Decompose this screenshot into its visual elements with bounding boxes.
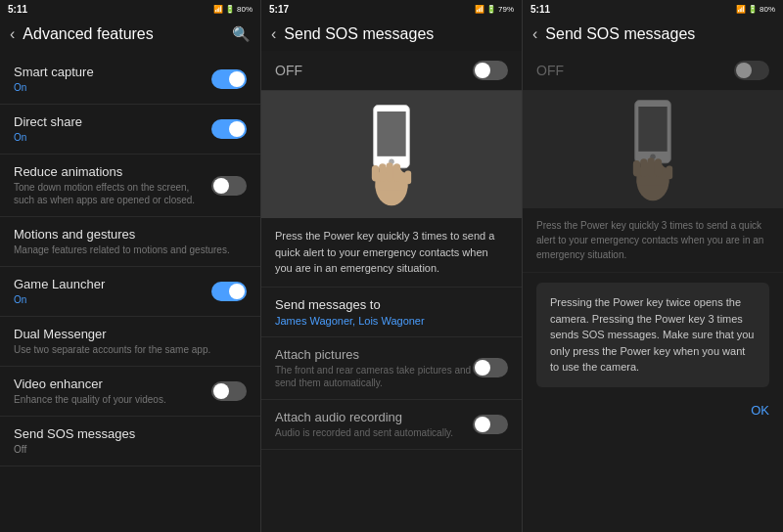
video-enhancer-title: Video enhancer — [14, 377, 211, 391]
svg-rect-1 — [377, 111, 405, 156]
top-bar-3: ‹ Send SOS messages — [523, 18, 783, 51]
sos-content-dialog: OFF Press the Power key quickly 3 times … — [523, 51, 783, 532]
game-launcher-subtitle: On — [14, 293, 211, 306]
svg-rect-8 — [393, 163, 400, 181]
dual-messenger-subtitle: Use two separate accounts for the same a… — [14, 343, 247, 356]
smart-capture-toggle[interactable] — [211, 69, 247, 89]
motions-gestures-item[interactable]: Motions and gestures Manage features rel… — [0, 217, 260, 267]
dual-messenger-text: Dual Messenger Use two separate accounts… — [14, 327, 247, 356]
game-launcher-title: Game Launcher — [14, 277, 211, 291]
direct-share-text: Direct share On — [14, 114, 211, 144]
send-messages-contacts: James Wagoner, Lois Wagoner — [275, 315, 508, 327]
attach-pictures-subtitle: The front and rear cameras take pictures… — [275, 364, 473, 389]
send-sos-item[interactable]: Send SOS messages Off — [0, 417, 260, 466]
send-messages-row[interactable]: Send messages to James Wagoner, Lois Wag… — [261, 288, 522, 337]
send-sos-text: Send SOS messages Off — [14, 426, 247, 456]
sos-illustration — [261, 91, 522, 218]
page-title-3: Send SOS messages — [545, 25, 773, 43]
panel-advanced-features: 5:11 📶 🔋 80% ‹ Advanced features 🔍 Smart… — [0, 0, 261, 532]
attach-audio-text: Attach audio recording Audio is recorded… — [275, 410, 473, 439]
svg-rect-18 — [655, 158, 662, 176]
time-3: 5:11 — [530, 4, 550, 15]
dual-messenger-item[interactable]: Dual Messenger Use two separate accounts… — [0, 317, 260, 367]
game-launcher-text: Game Launcher On — [14, 277, 211, 306]
sos-main-toggle[interactable] — [473, 61, 508, 80]
send-sos-subtitle: Off — [14, 443, 247, 456]
sos-off-label-3: OFF — [536, 63, 734, 78]
page-title-1: Advanced features — [23, 25, 224, 43]
svg-rect-15 — [633, 160, 640, 177]
attach-pictures-title: Attach pictures — [275, 347, 473, 362]
direct-share-title: Direct share — [14, 114, 211, 129]
svg-rect-9 — [405, 171, 411, 185]
dual-messenger-title: Dual Messenger — [14, 327, 247, 341]
sos-content-active: OFF Press the Power key quickly 3 times … — [261, 51, 522, 532]
direct-share-item[interactable]: Direct share On — [0, 105, 260, 155]
panel-sos-dialog: 5:11 📶 🔋 80% ‹ Send SOS messages OFF — [523, 0, 783, 532]
game-launcher-item[interactable]: Game Launcher On — [0, 267, 260, 317]
sos-off-row[interactable]: OFF — [261, 51, 522, 91]
dialog-text: Pressing the Power key twice opens the c… — [550, 294, 756, 376]
game-launcher-toggle[interactable] — [211, 282, 247, 301]
svg-rect-7 — [387, 162, 393, 181]
dialog-box: Pressing the Power key twice opens the c… — [536, 283, 769, 387]
settings-list: Smart capture On Direct share On Reduce … — [0, 51, 260, 532]
svg-rect-11 — [638, 107, 667, 152]
svg-rect-19 — [667, 166, 672, 180]
direct-share-subtitle: On — [14, 131, 211, 144]
status-bar-1: 5:11 📶 🔋 80% — [0, 0, 260, 18]
smart-capture-title: Smart capture — [14, 65, 211, 79]
page-title-2: Send SOS messages — [284, 25, 512, 43]
top-bar-1: ‹ Advanced features 🔍 — [0, 18, 260, 51]
attach-audio-subtitle: Audio is recorded and sent automatically… — [275, 426, 473, 439]
video-enhancer-text: Video enhancer Enhance the quality of yo… — [14, 377, 211, 406]
status-bar-2: 5:17 📶 🔋 79% — [261, 0, 522, 18]
time-2: 5:17 — [269, 4, 289, 15]
ok-button[interactable]: OK — [751, 403, 769, 418]
reduce-animations-subtitle: Tone down motion effects on the screen, … — [14, 181, 211, 206]
svg-rect-6 — [379, 163, 386, 181]
smart-capture-subtitle: On — [14, 81, 211, 94]
attach-audio-title: Attach audio recording — [275, 410, 473, 424]
status-icons-2: 📶 🔋 79% — [475, 5, 514, 14]
video-enhancer-subtitle: Enhance the quality of your videos. — [14, 393, 211, 406]
reduce-animations-toggle[interactable] — [211, 176, 247, 196]
send-sos-title: Send SOS messages — [14, 426, 247, 441]
attach-audio-toggle[interactable] — [473, 415, 508, 434]
svg-rect-16 — [640, 158, 647, 176]
video-enhancer-toggle[interactable] — [211, 381, 247, 401]
reduce-animations-item[interactable]: Reduce animations Tone down motion effec… — [0, 155, 260, 217]
sos-off-label: OFF — [275, 63, 473, 78]
sos-description-active: Press the Power key quickly 3 times to s… — [261, 218, 522, 288]
sos-main-toggle-3[interactable] — [734, 61, 769, 80]
attach-pictures-row[interactable]: Attach pictures The front and rear camer… — [261, 337, 522, 400]
sos-off-row-3[interactable]: OFF — [523, 51, 783, 91]
status-bar-3: 5:11 📶 🔋 80% — [523, 0, 783, 18]
phone-hand-icon — [352, 101, 431, 208]
smart-capture-item[interactable]: Smart capture On — [0, 55, 260, 105]
time-1: 5:11 — [8, 4, 27, 15]
phone-hand-icon-dim — [614, 96, 692, 203]
sos-illustration-dim — [523, 91, 783, 208]
back-icon-2[interactable]: ‹ — [271, 25, 276, 43]
motions-gestures-text: Motions and gestures Manage features rel… — [14, 227, 247, 256]
reduce-animations-title: Reduce animations — [14, 164, 211, 179]
direct-share-toggle[interactable] — [211, 119, 247, 139]
dialog-ok-area: OK — [523, 397, 783, 428]
video-enhancer-item[interactable]: Video enhancer Enhance the quality of yo… — [0, 367, 260, 417]
sos-description-dim: Press the Power key quickly 3 times to s… — [523, 208, 783, 273]
attach-audio-row[interactable]: Attach audio recording Audio is recorded… — [261, 400, 522, 450]
svg-rect-5 — [372, 165, 379, 182]
search-icon-1[interactable]: 🔍 — [232, 25, 251, 43]
svg-rect-17 — [648, 157, 655, 176]
back-icon-1[interactable]: ‹ — [10, 25, 15, 43]
smart-capture-text: Smart capture On — [14, 65, 211, 94]
panel-sos-active: 5:17 📶 🔋 79% ‹ Send SOS messages OFF — [261, 0, 523, 532]
motions-gestures-title: Motions and gestures — [14, 227, 247, 242]
attach-pictures-toggle[interactable] — [473, 358, 508, 377]
reduce-animations-text: Reduce animations Tone down motion effec… — [14, 164, 211, 206]
send-messages-title: Send messages to — [275, 297, 508, 312]
back-icon-3[interactable]: ‹ — [532, 25, 537, 43]
status-icons-3: 📶 🔋 80% — [736, 5, 775, 14]
status-icons-1: 📶 🔋 80% — [213, 5, 253, 14]
